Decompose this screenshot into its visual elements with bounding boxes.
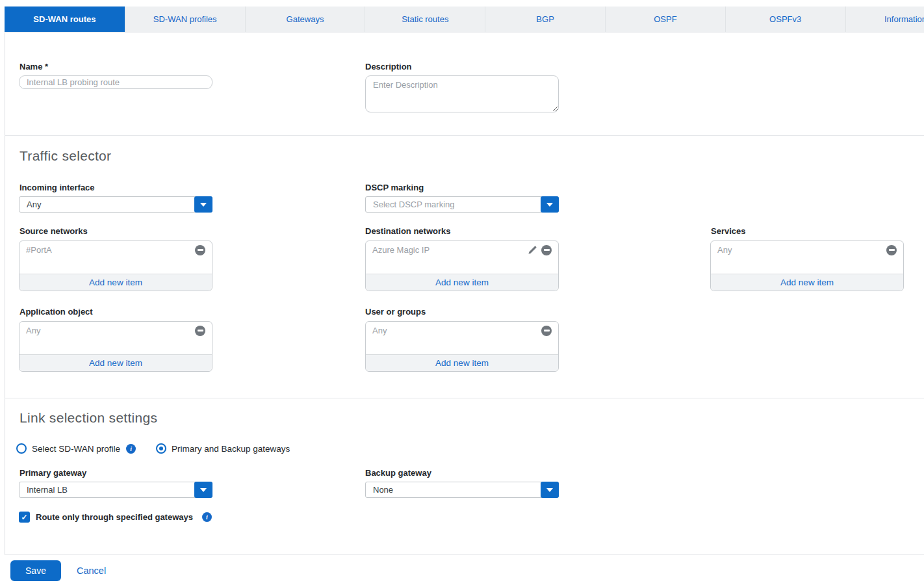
divider — [5, 554, 924, 555]
incoming-interface-label: Incoming interface — [19, 183, 95, 192]
source-networks-add-button[interactable]: Add new item — [19, 274, 212, 291]
chevron-down-icon[interactable] — [194, 196, 212, 213]
list-item-text: Any — [372, 326, 537, 335]
primary-gateway-label: Primary gateway — [19, 468, 86, 478]
list-item: #PortA — [19, 241, 212, 259]
tab-information[interactable]: Information — [845, 6, 924, 32]
tab-gateways[interactable]: Gateways — [245, 6, 365, 32]
destination-networks-list: Azure Magic IP Add new item — [365, 240, 559, 291]
remove-item-icon[interactable] — [541, 245, 552, 255]
tab-bar: SD-WAN routes SD-WAN profiles Gateways S… — [5, 6, 924, 32]
name-input[interactable] — [19, 75, 212, 89]
primary-gateway-select[interactable]: Internal LB — [19, 482, 212, 498]
radio-unselected-icon[interactable] — [16, 443, 27, 454]
radio-selected-icon[interactable] — [156, 443, 166, 454]
info-icon[interactable]: i — [126, 444, 136, 454]
dscp-marking-label: DSCP marking — [365, 183, 424, 192]
list-item-text: #PortA — [26, 245, 191, 255]
tab-ospfv3[interactable]: OSPFv3 — [725, 6, 845, 32]
info-icon[interactable]: i — [202, 512, 212, 522]
backup-gateway-value: None — [366, 485, 541, 495]
services-add-button[interactable]: Add new item — [711, 274, 903, 291]
dscp-marking-value: Select DSCP marking — [366, 200, 541, 209]
incoming-interface-select[interactable]: Any — [19, 196, 212, 213]
chevron-down-icon[interactable] — [541, 196, 559, 213]
list-item: Any — [366, 322, 558, 339]
destination-networks-add-button[interactable]: Add new item — [366, 274, 558, 291]
divider — [5, 398, 924, 398]
user-or-groups-add-button[interactable]: Add new item — [366, 354, 558, 371]
radio-primary-backup-gateways[interactable]: Primary and Backup gateways — [156, 443, 290, 454]
cancel-button[interactable]: Cancel — [77, 566, 106, 576]
list-item: Any — [711, 241, 903, 259]
services-list: Any Add new item — [710, 240, 904, 291]
services-label: Services — [711, 226, 746, 236]
remove-item-icon[interactable] — [886, 245, 897, 255]
description-textarea[interactable] — [365, 75, 559, 112]
save-button[interactable]: Save — [10, 560, 61, 581]
dscp-marking-select[interactable]: Select DSCP marking — [365, 196, 559, 213]
chevron-down-icon[interactable] — [541, 482, 559, 498]
traffic-selector-heading: Traffic selector — [19, 148, 111, 164]
tab-sdwan-routes[interactable]: SD-WAN routes — [5, 6, 125, 32]
chevron-down-icon[interactable] — [194, 482, 212, 498]
source-networks-label: Source networks — [19, 226, 88, 236]
checkbox-checked-icon[interactable]: ✓ — [19, 512, 30, 523]
backup-gateway-label: Backup gateway — [365, 468, 431, 478]
tab-bgp[interactable]: BGP — [485, 6, 605, 32]
list-item: Any — [19, 322, 212, 339]
radio-select-sdwan-profile[interactable]: Select SD-WAN profile i — [16, 443, 136, 454]
list-item: Azure Magic IP — [366, 241, 558, 259]
primary-gateway-value: Internal LB — [19, 485, 194, 495]
edit-item-icon[interactable] — [527, 245, 537, 255]
checkbox-label: Route only through specified gateways — [36, 512, 193, 522]
description-label: Description — [365, 62, 412, 72]
destination-networks-label: Destination networks — [365, 226, 450, 236]
user-or-groups-list: Any Add new item — [365, 321, 559, 372]
list-item-text: Any — [717, 245, 882, 255]
source-networks-list: #PortA Add new item — [19, 240, 212, 291]
application-object-label: Application object — [19, 307, 93, 317]
incoming-interface-value: Any — [19, 200, 194, 209]
link-selection-heading: Link selection settings — [19, 410, 157, 426]
remove-item-icon[interactable] — [541, 326, 552, 336]
name-label: Name * — [19, 62, 48, 72]
route-only-checkbox-row: ✓ Route only through specified gateways … — [19, 512, 212, 523]
radio-label: Select SD-WAN profile — [32, 444, 120, 454]
backup-gateway-select[interactable]: None — [365, 482, 559, 498]
sdwan-routes-page: SD-WAN routes SD-WAN profiles Gateways S… — [0, 0, 924, 585]
radio-label: Primary and Backup gateways — [172, 444, 290, 454]
tab-sdwan-profiles[interactable]: SD-WAN profiles — [125, 6, 245, 32]
tab-static-routes[interactable]: Static routes — [365, 6, 485, 32]
user-or-groups-label: User or groups — [365, 307, 426, 317]
application-object-add-button[interactable]: Add new item — [19, 354, 212, 371]
remove-item-icon[interactable] — [195, 326, 205, 336]
remove-item-icon[interactable] — [195, 245, 205, 255]
tab-ospf[interactable]: OSPF — [605, 6, 725, 32]
application-object-list: Any Add new item — [19, 321, 212, 372]
list-item-text: Azure Magic IP — [372, 245, 527, 255]
divider — [5, 135, 924, 136]
list-item-text: Any — [26, 326, 191, 335]
